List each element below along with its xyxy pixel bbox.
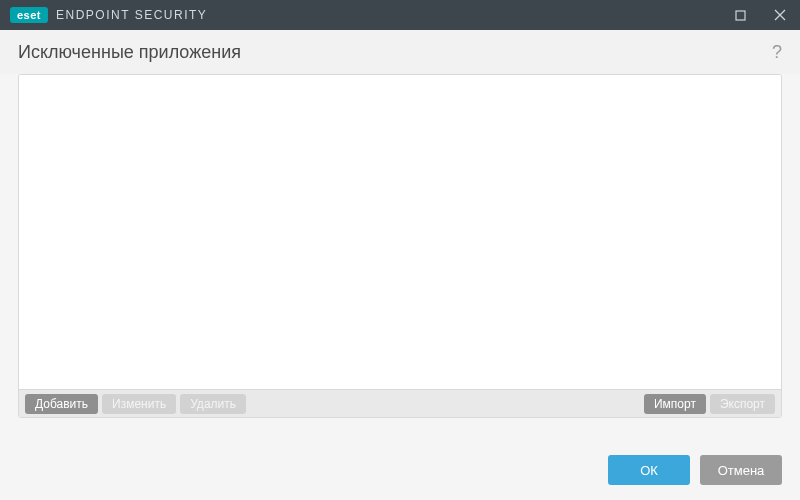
- edit-button[interactable]: Изменить: [102, 394, 176, 414]
- help-button[interactable]: ?: [772, 42, 782, 63]
- ok-button[interactable]: ОК: [608, 455, 690, 485]
- close-icon: [774, 9, 786, 21]
- dialog-footer: ОК Отмена: [0, 440, 800, 500]
- maximize-button[interactable]: [720, 0, 760, 30]
- import-button[interactable]: Импорт: [644, 394, 706, 414]
- dialog-header: Исключенные приложения ?: [0, 30, 800, 74]
- svg-rect-0: [736, 11, 745, 20]
- close-button[interactable]: [760, 0, 800, 30]
- list-toolbar: Добавить Изменить Удалить Импорт Экспорт: [19, 389, 781, 417]
- delete-button[interactable]: Удалить: [180, 394, 246, 414]
- brand-text: ENDPOINT SECURITY: [56, 8, 207, 22]
- excluded-apps-list[interactable]: [19, 75, 781, 389]
- brand-badge: eset: [10, 7, 48, 23]
- add-button[interactable]: Добавить: [25, 394, 98, 414]
- excluded-apps-panel: Добавить Изменить Удалить Импорт Экспорт: [18, 74, 782, 418]
- maximize-icon: [735, 10, 746, 21]
- cancel-button[interactable]: Отмена: [700, 455, 782, 485]
- dialog-title: Исключенные приложения: [18, 42, 241, 63]
- export-button[interactable]: Экспорт: [710, 394, 775, 414]
- titlebar: eset ENDPOINT SECURITY: [0, 0, 800, 30]
